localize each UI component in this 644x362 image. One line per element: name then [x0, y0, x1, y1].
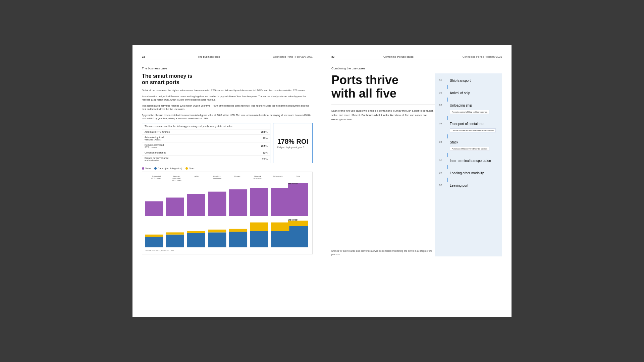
big-heading: Ports thrivewith all five [331, 73, 435, 100]
chart-label-2: AGVs [187, 175, 207, 181]
legend-opex: Opex [185, 167, 195, 170]
bottom-bar-capex-total [288, 226, 308, 247]
uc-name-1: Automated guidedvehicles (AGVs) [145, 136, 263, 141]
legend-value: Value [142, 167, 151, 170]
bottom-bar-capex-6 [271, 231, 289, 247]
left-page-number: 32 [142, 55, 145, 58]
right-section-label: Combining the use cases [331, 67, 502, 70]
step-item-04: 04 Transport of containers Cellular conn… [439, 120, 498, 134]
top-bar-0 [145, 201, 163, 216]
uc-row-0: Automated RTG Cranes 38.8% [142, 129, 270, 135]
step-item-05: 05 Stack Automated Rubber Tired Gantry C… [439, 138, 498, 153]
roi-box: 178% ROI Full port deployment, year 5 [273, 123, 313, 163]
bottom-bar-opex-total [288, 221, 308, 226]
step-connector-04 [447, 134, 448, 138]
left-pub: Connected Ports | February 2021 [273, 55, 313, 58]
uc-pct-2: 20.5% [261, 145, 268, 147]
top-bar-2 [187, 194, 205, 216]
left-para-1: Out of all our use cases, the highest va… [142, 89, 313, 93]
uc-row-1: Automated guidedvehicles (AGVs) 29% [142, 135, 270, 142]
step-title-08: Leaving port [450, 184, 498, 187]
step-num-02: 02 [439, 91, 446, 94]
top-bar-total [288, 183, 308, 216]
bottom-bar-opex-4 [229, 229, 247, 232]
uc-name-2: Remote-controlledSTS cranes [145, 144, 261, 148]
pages-container: 32 The business case Connected Ports | F… [132, 45, 512, 317]
chart-legend: Value Capex (inc. Integration) Opex [142, 167, 313, 170]
chart-label-3: Conditionmonitoring [207, 175, 227, 181]
step-item-03: 03 Unloading ship Remote control of Ship… [439, 102, 498, 116]
legend-capex: Capex (inc. Integration) [154, 167, 182, 170]
uc-table: The use cases account for the following … [142, 123, 270, 163]
step-title-01: Ship transport [450, 79, 498, 82]
uc-name-3: Condition monitoring [145, 152, 263, 154]
top-bar-5 [250, 188, 268, 216]
chart-label-4: Drones [227, 175, 248, 181]
bottom-bar-opex-1 [166, 232, 184, 234]
uc-row-2: Remote-controlledSTS cranes 20.5% [142, 142, 270, 150]
right-pub: Connected Ports | February 2021 [463, 55, 502, 58]
legend-capex-label: Capex (inc. Integration) [158, 167, 182, 170]
step-title-07: Loading other modality [450, 171, 498, 175]
step-content-06: Inter-terminal transportation [450, 159, 498, 163]
left-title-header: The business case [198, 55, 220, 58]
step-num-07: 07 [439, 171, 446, 174]
step-tag-05: Automated Rubber Tired Gantry Cranes [450, 147, 489, 151]
bottom-bar-capex-1 [166, 235, 184, 247]
step-num-08: 08 [439, 184, 446, 187]
legend-capex-dot [154, 167, 157, 170]
step-item-07: 07 Loading other modality [439, 169, 498, 178]
left-main-heading: The smart money ison smart ports [142, 73, 313, 85]
right-body-text: Each of the five use cases will enable a… [331, 109, 435, 122]
step-connector-01 [447, 85, 448, 89]
chart-label-7: Total [288, 175, 308, 181]
top-bar-1 [166, 197, 184, 216]
right-text-col: Ports thrivewith all five Each of the fi… [331, 73, 435, 256]
step-connector-03 [447, 116, 448, 120]
chart-label-5: Networkdeployment [248, 175, 268, 181]
bottom-bar-capex-5 [250, 231, 268, 247]
step-content-04: Transport of containers Cellular connect… [450, 122, 498, 132]
step-num-01: 01 [439, 79, 446, 82]
top-bar-3 [208, 192, 226, 216]
step-item-08: 08 Leaving port [439, 182, 498, 190]
chart-label-0: AutomatedRTG cranes [146, 175, 166, 181]
legend-value-label: Value [145, 167, 151, 170]
source-text: Source: Ericsson, Arthur D. Little [145, 249, 310, 251]
top-bar-4 [229, 189, 247, 216]
step-num-06: 06 [439, 159, 446, 162]
uc-intro-text: The use cases account for the following … [142, 123, 270, 129]
steps-panel: 01 Ship transport 02 Arrival of ship 0 [435, 73, 502, 256]
bottom-bar-capex-2 [187, 233, 205, 247]
bottom-bar-opex-0 [145, 235, 163, 237]
bottom-bar-opex-2 [187, 231, 205, 233]
legend-opex-label: Opex [189, 167, 195, 170]
right-page-number: 33 [331, 55, 334, 58]
left-para-3: The accumulated net value reaches $268 m… [142, 104, 313, 111]
step-item-02: 02 Arrival of ship [439, 89, 498, 98]
step-item-01: 01 Ship transport [439, 77, 498, 85]
step-content-01: Ship transport [450, 79, 498, 83]
step-num-05: 05 [439, 140, 446, 143]
left-para-2: In our baseline port, with all five use … [142, 95, 313, 102]
uc-row-4: Drones for surveillanceand deliveries 7.… [142, 156, 270, 163]
chart-label-6: Other costs [268, 175, 288, 181]
uc-pct-3: 12% [263, 152, 268, 154]
top-chart-value: 486 MUSD [288, 183, 298, 185]
right-title-header: Combining the use cases [383, 55, 414, 58]
chart-label-1: Remote-controlledSTS cranes [166, 175, 186, 181]
step-content-05: Stack Automated Rubber Tired Gantry Cran… [450, 140, 498, 151]
step-content-02: Arrival of ship [450, 91, 498, 96]
step-connector-05 [447, 153, 448, 157]
left-page-header: 32 The business case Connected Ports | F… [142, 55, 313, 60]
top-chart-svg [145, 183, 310, 216]
left-page: 32 The business case Connected Ports | F… [132, 45, 322, 317]
step-title-03: Unloading ship [450, 104, 498, 107]
left-para-4: By year five, the use cases contribute t… [142, 114, 313, 121]
uc-pct-1: 29% [263, 137, 268, 139]
bottom-chart-value: 146 MUSD [288, 219, 298, 221]
step-content-03: Unloading ship Remote control of Ship-to… [450, 104, 498, 114]
bottom-bar-capex-3 [208, 232, 226, 247]
step-title-02: Arrival of ship [450, 91, 498, 95]
step-connector-02 [447, 98, 448, 102]
